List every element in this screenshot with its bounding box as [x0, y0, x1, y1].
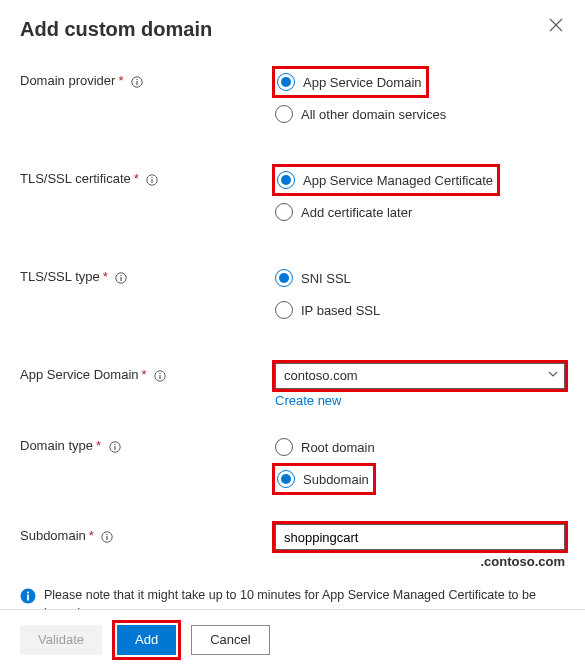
svg-point-19 — [27, 592, 29, 594]
domain-provider-opt-app-service[interactable]: App Service Domain — [275, 69, 426, 95]
tls-type-opt-ip[interactable]: IP based SSL — [275, 297, 565, 323]
close-icon — [549, 18, 563, 32]
app-service-domain-select[interactable]: contoso.com — [275, 363, 565, 389]
subdomain-suffix: .contoso.com — [275, 550, 565, 569]
svg-point-4 — [152, 176, 153, 177]
info-icon[interactable] — [154, 370, 166, 382]
radio-label: All other domain services — [301, 107, 446, 122]
cancel-button[interactable]: Cancel — [191, 625, 269, 655]
required-star: * — [89, 528, 94, 543]
svg-rect-2 — [136, 81, 137, 85]
radio-selected-icon — [277, 73, 295, 91]
app-service-domain-label: App Service Domain — [20, 367, 139, 382]
tls-cert-opt-managed[interactable]: App Service Managed Certificate — [275, 167, 497, 193]
svg-point-10 — [159, 372, 160, 373]
validate-button[interactable]: Validate — [20, 625, 102, 655]
radio-selected-icon — [277, 171, 295, 189]
svg-rect-17 — [107, 536, 108, 540]
tls-cert-opt-later[interactable]: Add certificate later — [275, 199, 565, 225]
domain-provider-opt-other[interactable]: All other domain services — [275, 101, 565, 127]
info-icon[interactable] — [146, 174, 158, 186]
radio-unselected-icon — [275, 203, 293, 221]
info-icon[interactable] — [109, 441, 121, 453]
add-button[interactable]: Add — [117, 625, 176, 655]
svg-rect-5 — [152, 179, 153, 183]
radio-selected-icon — [277, 470, 295, 488]
radio-label: App Service Domain — [303, 75, 422, 90]
radio-selected-icon — [275, 269, 293, 287]
required-star: * — [134, 171, 139, 186]
required-star: * — [142, 367, 147, 382]
radio-label: Add certificate later — [301, 205, 412, 220]
close-button[interactable] — [549, 18, 565, 34]
subdomain-label: Subdomain — [20, 528, 86, 543]
info-icon — [20, 588, 36, 610]
info-icon[interactable] — [101, 531, 113, 543]
radio-unselected-icon — [275, 438, 293, 456]
svg-point-16 — [107, 533, 108, 534]
required-star: * — [118, 73, 123, 88]
select-value: contoso.com — [275, 363, 565, 389]
svg-point-13 — [114, 443, 115, 444]
info-icon[interactable] — [115, 272, 127, 284]
required-star: * — [103, 269, 108, 284]
svg-rect-14 — [114, 446, 115, 450]
domain-type-label: Domain type — [20, 438, 93, 453]
tls-cert-label: TLS/SSL certificate — [20, 171, 131, 186]
svg-rect-11 — [160, 375, 161, 379]
required-star: * — [96, 438, 101, 453]
svg-rect-20 — [27, 595, 29, 601]
radio-label: App Service Managed Certificate — [303, 173, 493, 188]
tls-type-label: TLS/SSL type — [20, 269, 100, 284]
radio-label: IP based SSL — [301, 303, 380, 318]
svg-rect-8 — [121, 277, 122, 281]
chevron-down-icon — [547, 368, 559, 383]
radio-unselected-icon — [275, 105, 293, 123]
create-new-link[interactable]: Create new — [275, 389, 341, 408]
subdomain-input[interactable] — [275, 524, 565, 550]
radio-label: SNI SSL — [301, 271, 351, 286]
domain-type-opt-sub[interactable]: Subdomain — [275, 466, 373, 492]
info-icon[interactable] — [131, 76, 143, 88]
svg-point-1 — [136, 78, 137, 79]
domain-provider-label: Domain provider — [20, 73, 115, 88]
svg-point-7 — [121, 274, 122, 275]
page-title: Add custom domain — [20, 18, 212, 41]
tls-type-opt-sni[interactable]: SNI SSL — [275, 265, 565, 291]
domain-type-opt-root[interactable]: Root domain — [275, 434, 565, 460]
radio-label: Subdomain — [303, 472, 369, 487]
radio-unselected-icon — [275, 301, 293, 319]
radio-label: Root domain — [301, 440, 375, 455]
